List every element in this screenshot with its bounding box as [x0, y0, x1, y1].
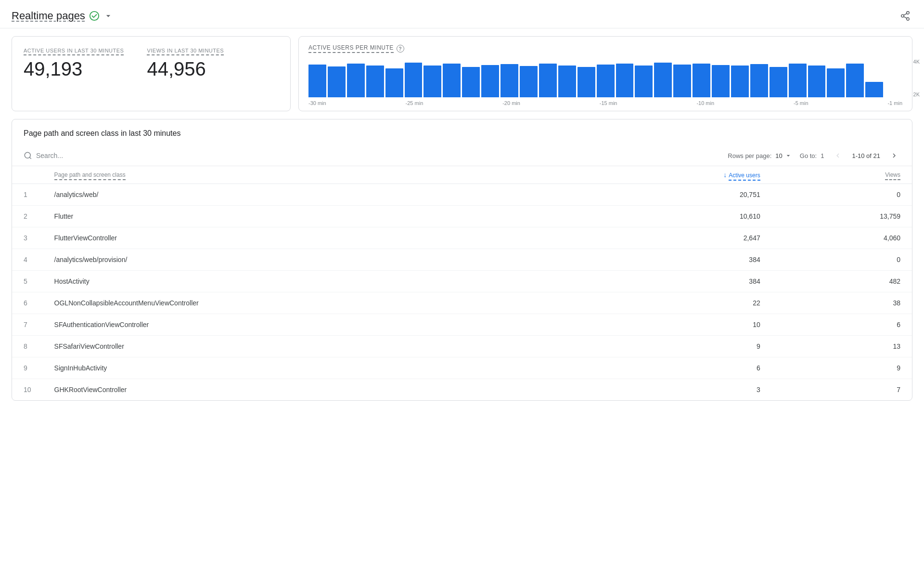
- row-views: 4,060: [772, 227, 912, 249]
- row-views: 13: [772, 336, 912, 357]
- bar: [865, 82, 883, 97]
- active-users-value: 49,193: [24, 59, 124, 79]
- views-label: VIEWS IN LAST 30 MINUTES: [147, 48, 224, 55]
- bar: [539, 64, 557, 97]
- table-row: 3 FlutterViewController 2,647 4,060: [12, 227, 912, 249]
- bar: [616, 64, 634, 97]
- bar-chart-wrapper: 4K 2K: [308, 59, 902, 97]
- metrics-card: ACTIVE USERS IN LAST 30 MINUTES 49,193 V…: [12, 36, 291, 111]
- col-views-label: Views: [885, 171, 900, 180]
- table-body: 1 /analytics/web/ 20,751 0 2 Flutter 10,…: [12, 184, 912, 401]
- x-axis-label: -1 min: [887, 100, 902, 106]
- row-active-users: 10,610: [580, 206, 772, 227]
- svg-line-7: [29, 157, 31, 158]
- row-views: 9: [772, 357, 912, 379]
- rows-per-page-control: Rows per page: 10: [728, 152, 792, 159]
- row-path: Flutter: [43, 206, 580, 227]
- bar: [405, 63, 423, 97]
- chevron-right-icon: [890, 151, 898, 160]
- table-row: 6 OGLNonCollapsibleAccountMenuViewContro…: [12, 292, 912, 314]
- table-row: 5 HostActivity 384 482: [12, 271, 912, 292]
- row-path: SignInHubActivity: [43, 357, 580, 379]
- info-icon[interactable]: ?: [397, 45, 404, 53]
- goto-label: Go to:: [800, 152, 817, 159]
- col-path-label: Page path and screen class: [54, 171, 126, 180]
- bar: [808, 66, 826, 97]
- bar: [424, 66, 441, 97]
- svg-point-0: [90, 12, 99, 20]
- row-number: 7: [12, 314, 43, 336]
- x-axis-label: -15 min: [600, 100, 617, 106]
- sort-down-icon: ↓: [723, 171, 727, 179]
- x-axis-label: -30 min: [308, 100, 326, 106]
- row-active-users: 20,751: [580, 184, 772, 206]
- row-active-users: 384: [580, 249, 772, 271]
- row-views: 482: [772, 271, 912, 292]
- top-bar: Realtime pages: [0, 0, 924, 28]
- row-path: OGLNonCollapsibleAccountMenuViewControll…: [43, 292, 580, 314]
- search-icon: [24, 151, 32, 160]
- bar: [597, 65, 615, 97]
- bar: [712, 65, 730, 97]
- row-active-users: 22: [580, 292, 772, 314]
- row-number: 3: [12, 227, 43, 249]
- col-views[interactable]: Views: [772, 166, 912, 184]
- search-input[interactable]: [36, 152, 724, 159]
- row-number: 5: [12, 271, 43, 292]
- bar: [481, 65, 499, 97]
- table-row: 4 /analytics/web/provision/ 384 0: [12, 249, 912, 271]
- verified-icon: [89, 11, 100, 21]
- chart-header: ACTIVE USERS PER MINUTE ?: [308, 44, 902, 53]
- row-views: 38: [772, 292, 912, 314]
- row-views: 6: [772, 314, 912, 336]
- search-box: [24, 151, 724, 160]
- row-number: 8: [12, 336, 43, 357]
- y-label-top: 4K: [913, 59, 920, 65]
- bar: [308, 65, 326, 97]
- row-path: SFAuthenticationViewController: [43, 314, 580, 336]
- bar: [558, 66, 576, 97]
- col-active-users[interactable]: ↓Active users: [580, 166, 772, 184]
- share-button[interactable]: [898, 9, 912, 23]
- table-row: 8 SFSafariViewController 9 13: [12, 336, 912, 357]
- views-value: 44,956: [147, 59, 224, 79]
- dropdown-button[interactable]: [103, 11, 113, 21]
- x-axis-label: -20 min: [502, 100, 520, 106]
- row-views: 7: [772, 379, 912, 401]
- row-active-users: 2,647: [580, 227, 772, 249]
- x-axis-labels: -30 min-25 min-20 min-15 min-10 min-5 mi…: [308, 100, 902, 106]
- bar: [693, 64, 710, 97]
- svg-point-3: [907, 18, 910, 20]
- bar: [731, 66, 749, 97]
- table-row: 1 /analytics/web/ 20,751 0: [12, 184, 912, 206]
- bar: [578, 67, 595, 97]
- prev-page-button[interactable]: [832, 149, 844, 162]
- page-info: 1-10 of 21: [852, 152, 880, 159]
- bar: [770, 67, 787, 97]
- bar: [673, 65, 691, 97]
- bar: [328, 66, 346, 97]
- bar: [462, 67, 480, 97]
- chart-title: ACTIVE USERS PER MINUTE: [308, 44, 394, 53]
- svg-line-5: [904, 13, 907, 15]
- row-active-users: 6: [580, 357, 772, 379]
- bar: [654, 63, 672, 97]
- next-page-button[interactable]: [888, 149, 900, 162]
- row-active-users: 384: [580, 271, 772, 292]
- col-path: Page path and screen class: [43, 166, 580, 184]
- top-bar-left: Realtime pages: [12, 10, 113, 22]
- row-active-users: 9: [580, 336, 772, 357]
- bar: [846, 64, 864, 97]
- bar: [347, 64, 365, 97]
- page-title: Realtime pages: [12, 10, 85, 22]
- rows-per-page-select[interactable]: 10: [775, 152, 792, 159]
- row-views: 13,759: [772, 206, 912, 227]
- chevron-left-icon: [834, 151, 842, 160]
- goto-value: 1: [821, 152, 824, 159]
- row-path: /analytics/web/: [43, 184, 580, 206]
- row-number: 6: [12, 292, 43, 314]
- table-controls-right: Rows per page: 10 Go to: 1: [728, 149, 900, 162]
- row-views: 0: [772, 249, 912, 271]
- x-axis-label: -10 min: [696, 100, 714, 106]
- col-active-users-label: Active users: [729, 172, 760, 181]
